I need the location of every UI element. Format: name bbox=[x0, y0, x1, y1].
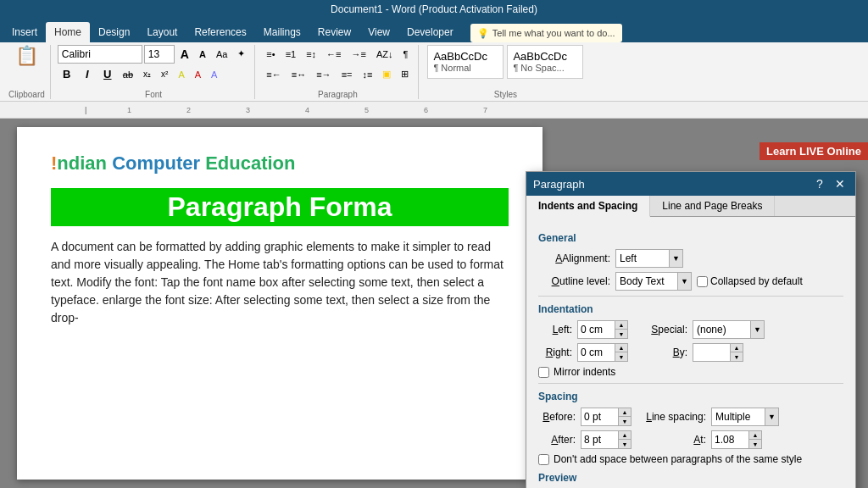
tab-references[interactable]: References bbox=[186, 22, 254, 42]
after-value[interactable] bbox=[581, 430, 618, 449]
at-down[interactable]: ▼ bbox=[749, 440, 761, 448]
style-nospace-name: ¶ No Spac... bbox=[513, 63, 577, 73]
tab-developer[interactable]: Developer bbox=[398, 22, 462, 42]
by-down[interactable]: ▼ bbox=[731, 352, 743, 361]
indent-left-input[interactable]: ▲ ▼ bbox=[577, 320, 628, 339]
mirror-indents-checkbox[interactable] bbox=[538, 367, 549, 378]
by-input[interactable]: ▲ ▼ bbox=[693, 343, 743, 362]
underline-btn[interactable]: U bbox=[98, 65, 117, 84]
indent-left-value[interactable] bbox=[577, 320, 615, 339]
ruler: | 1 2 3 4 5 6 7 bbox=[0, 102, 868, 119]
tab-indents-spacing[interactable]: Indents and Spacing bbox=[526, 196, 650, 217]
italic-btn[interactable]: I bbox=[78, 65, 97, 84]
bold-btn[interactable]: B bbox=[58, 65, 76, 84]
dialog-help-btn[interactable]: ? bbox=[811, 175, 828, 192]
dialog-titlebar-buttons: ? ✕ bbox=[811, 175, 849, 192]
indent-right-value[interactable] bbox=[577, 343, 615, 362]
style-normal[interactable]: AaBbCcDc ¶ Normal bbox=[427, 45, 504, 79]
tab-design[interactable]: Design bbox=[90, 22, 138, 42]
indent-right-down[interactable]: ▼ bbox=[615, 352, 627, 361]
clear-format-btn[interactable]: ✦ bbox=[233, 45, 249, 64]
font-name-input[interactable] bbox=[58, 45, 142, 64]
body-text[interactable]: A document can be formatted by adding gr… bbox=[51, 238, 509, 327]
style-nospace-label: AaBbCcDc bbox=[513, 50, 577, 63]
at-up[interactable]: ▲ bbox=[749, 431, 761, 440]
dialog-close-btn[interactable]: ✕ bbox=[832, 175, 849, 192]
font-size-input[interactable] bbox=[144, 45, 175, 64]
shrink-font-btn[interactable]: A bbox=[195, 45, 210, 64]
before-up[interactable]: ▲ bbox=[619, 408, 631, 417]
tell-me-text: Tell me what you want to do... bbox=[492, 28, 615, 38]
tab-review[interactable]: Review bbox=[309, 22, 359, 42]
borders-btn[interactable]: ⊞ bbox=[397, 65, 413, 84]
alignment-arrow[interactable]: ▼ bbox=[669, 250, 682, 267]
special-select[interactable]: (none) ▼ bbox=[693, 320, 765, 339]
line-spacing-arrow[interactable]: ▼ bbox=[765, 408, 778, 425]
strikethrough-btn[interactable]: ab bbox=[119, 65, 137, 84]
outline-level-row: Outline level: Body Text ▼ Collapsed by … bbox=[538, 272, 843, 291]
grow-font-btn[interactable]: A bbox=[176, 45, 193, 64]
increase-indent-btn[interactable]: →≡ bbox=[348, 45, 370, 64]
indent-left-label: Left: bbox=[538, 324, 572, 336]
before-down[interactable]: ▼ bbox=[619, 417, 631, 425]
preview-header: Preview bbox=[538, 472, 843, 484]
at-value[interactable] bbox=[711, 430, 748, 449]
before-input[interactable]: ▲ ▼ bbox=[581, 408, 632, 426]
ice-logo: !ndian Computer Education bbox=[51, 152, 509, 175]
outline-select[interactable]: Body Text ▼ bbox=[615, 272, 692, 291]
tab-insert[interactable]: Insert bbox=[3, 22, 46, 42]
tab-line-page-breaks[interactable]: Line and Page Breaks bbox=[650, 196, 775, 216]
document-page: !ndian Computer Education Paragraph Form… bbox=[17, 127, 542, 480]
before-row: Before: ▲ ▼ bbox=[538, 408, 632, 426]
multilevel-btn[interactable]: ≡↕ bbox=[302, 45, 320, 64]
align-left-btn[interactable]: ≡← bbox=[262, 65, 285, 84]
outline-arrow[interactable]: ▼ bbox=[677, 273, 691, 290]
show-para-marks-btn[interactable]: ¶ bbox=[399, 45, 413, 64]
paragraph-label: Paragraph bbox=[318, 90, 358, 99]
superscript-btn[interactable]: x² bbox=[157, 65, 172, 84]
indent-right-input[interactable]: ▲ ▼ bbox=[577, 343, 628, 362]
font-label: Font bbox=[145, 90, 162, 99]
tab-view[interactable]: View bbox=[359, 22, 398, 42]
special-arrow[interactable]: ▼ bbox=[750, 321, 764, 338]
alignment-select[interactable]: Left ▼ bbox=[615, 249, 683, 268]
subscript-btn[interactable]: x₂ bbox=[139, 65, 155, 84]
collapsed-checkbox[interactable] bbox=[697, 276, 708, 287]
shading-btn[interactable]: ▣ bbox=[378, 65, 395, 84]
bullets-btn[interactable]: ≡• bbox=[262, 45, 279, 64]
text-highlight-btn[interactable]: A bbox=[174, 65, 188, 84]
line-spacing-select[interactable]: Multiple ▼ bbox=[711, 408, 779, 426]
after-down[interactable]: ▼ bbox=[619, 440, 631, 448]
before-value[interactable] bbox=[581, 408, 618, 426]
indent-left-up[interactable]: ▲ bbox=[615, 321, 627, 330]
align-right-btn[interactable]: ≡→ bbox=[312, 65, 335, 84]
tab-mailings[interactable]: Mailings bbox=[255, 22, 309, 42]
indent-right-up[interactable]: ▲ bbox=[615, 344, 627, 352]
by-up[interactable]: ▲ bbox=[731, 344, 743, 352]
by-value[interactable] bbox=[693, 343, 730, 362]
align-center-btn[interactable]: ≡↔ bbox=[287, 65, 310, 84]
at-input[interactable]: ▲ ▼ bbox=[711, 430, 762, 449]
justify-btn[interactable]: ≡= bbox=[337, 65, 357, 84]
ribbon-tabs: Insert Home Design Layout References Mai… bbox=[0, 19, 868, 42]
dont-add-space-checkbox[interactable] bbox=[538, 454, 549, 465]
decrease-indent-btn[interactable]: ←≡ bbox=[322, 45, 345, 64]
indent-left-down[interactable]: ▼ bbox=[615, 330, 627, 338]
line-spacing-btn[interactable]: ↕≡ bbox=[358, 65, 376, 84]
paragraph-dialog[interactable]: Paragraph ? ✕ Indents and Spacing Line a… bbox=[526, 171, 856, 488]
change-case-btn[interactable]: Aa bbox=[212, 45, 231, 64]
tell-me-box[interactable]: 💡 Tell me what you want to do... bbox=[470, 24, 622, 42]
tab-home[interactable]: Home bbox=[46, 22, 90, 42]
style-nospace[interactable]: AaBbCcDc ¶ No Spac... bbox=[507, 45, 583, 79]
font-group: A A Aa ✦ B I U ab x₂ x² A A A Font bbox=[53, 45, 256, 99]
font-color-btn[interactable]: A bbox=[191, 65, 205, 84]
line-spacing-label: Line spacing: bbox=[643, 411, 706, 423]
tab-layout[interactable]: Layout bbox=[138, 22, 186, 42]
paste-icon[interactable]: 📋 bbox=[15, 45, 38, 67]
after-up[interactable]: ▲ bbox=[619, 431, 631, 440]
after-input[interactable]: ▲ ▼ bbox=[581, 430, 632, 449]
sort-btn[interactable]: AZ↓ bbox=[372, 45, 398, 64]
styles-label: Styles bbox=[494, 90, 517, 99]
numbering-btn[interactable]: ≡1 bbox=[281, 45, 301, 64]
text-effects-btn[interactable]: A bbox=[207, 65, 221, 84]
